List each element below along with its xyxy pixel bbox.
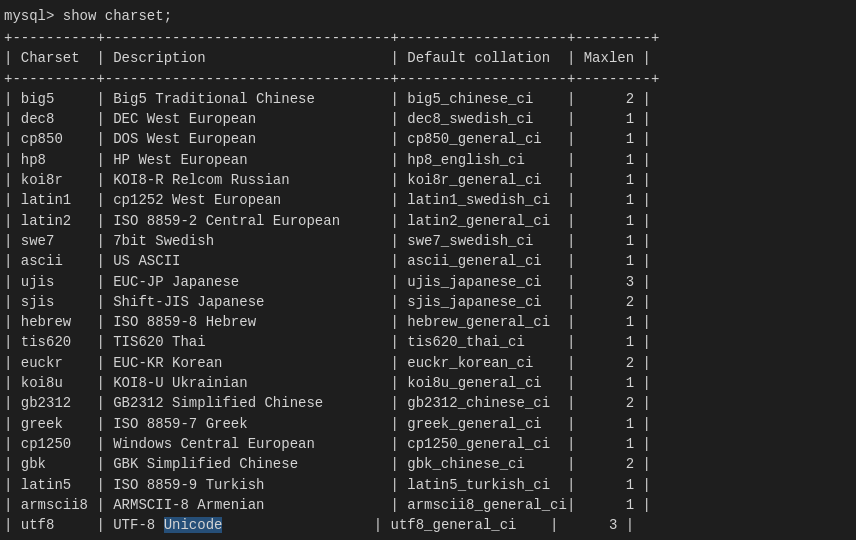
row-latin1: | latin1 | cp1252 West European | latin1… (4, 190, 852, 210)
row-sjis: | sjis | Shift-JIS Japanese | sjis_japan… (4, 292, 852, 312)
row-armscii8: | armscii8 | ARMSCII-8 Armenian | armsci… (4, 495, 852, 515)
row-ascii: | ascii | US ASCII | ascii_general_ci | … (4, 251, 852, 271)
row-latin5: | latin5 | ISO 8859-9 Turkish | latin5_t… (4, 475, 852, 495)
row-koi8r: | koi8r | KOI8-R Relcom Russian | koi8r_… (4, 170, 852, 190)
row-hebrew: | hebrew | ISO 8859-8 Hebrew | hebrew_ge… (4, 312, 852, 332)
separator-header: +----------+----------------------------… (4, 69, 852, 89)
command-line: mysql> show charset; (4, 8, 852, 24)
unicode-highlight: Unicode (164, 517, 223, 533)
charset-table: +----------+----------------------------… (4, 28, 852, 535)
row-ujis: | ujis | EUC-JP Japanese | ujis_japanese… (4, 272, 852, 292)
row-tis620: | tis620 | TIS620 Thai | tis620_thai_ci … (4, 332, 852, 352)
row-utf8: | utf8 | UTF-8 Unicode | utf8_general_ci… (4, 515, 852, 535)
row-gb2312: | gb2312 | GB2312 Simplified Chinese | g… (4, 393, 852, 413)
row-dec8: | dec8 | DEC West European | dec8_swedis… (4, 109, 852, 129)
table-header: | Charset | Description | Default collat… (4, 48, 852, 68)
terminal-window: mysql> show charset; +----------+-------… (0, 0, 856, 540)
row-gbk: | gbk | GBK Simplified Chinese | gbk_chi… (4, 454, 852, 474)
row-swe7: | swe7 | 7bit Swedish | swe7_swedish_ci … (4, 231, 852, 251)
row-koi8u: | koi8u | KOI8-U Ukrainian | koi8u_gener… (4, 373, 852, 393)
row-euckr: | euckr | EUC-KR Korean | euckr_korean_c… (4, 353, 852, 373)
separator-top: +----------+----------------------------… (4, 28, 852, 48)
row-hp8: | hp8 | HP West European | hp8_english_c… (4, 150, 852, 170)
row-cp850: | cp850 | DOS West European | cp850_gene… (4, 129, 852, 149)
row-big5: | big5 | Big5 Traditional Chinese | big5… (4, 89, 852, 109)
row-cp1250: | cp1250 | Windows Central European | cp… (4, 434, 852, 454)
row-latin2: | latin2 | ISO 8859-2 Central European |… (4, 211, 852, 231)
row-greek: | greek | ISO 8859-7 Greek | greek_gener… (4, 414, 852, 434)
